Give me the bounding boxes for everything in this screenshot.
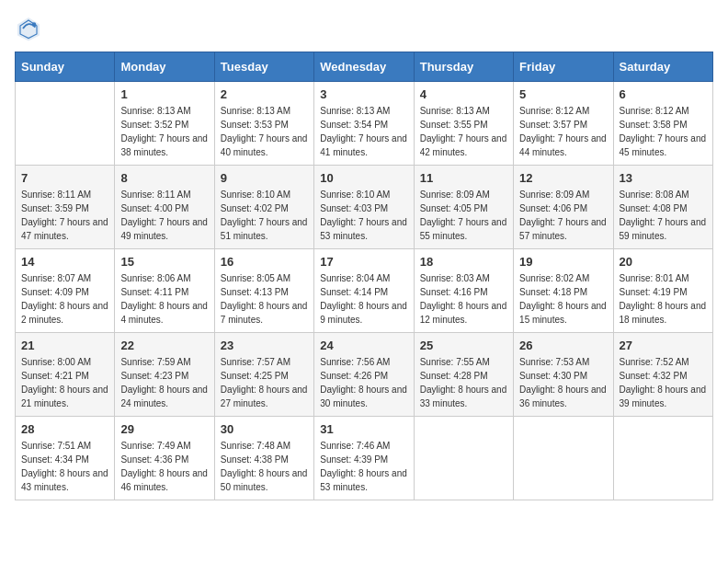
day-cell	[414, 417, 513, 500]
logo-icon	[15, 15, 42, 42]
header	[15, 15, 713, 42]
day-cell: 17Sunrise: 8:04 AMSunset: 4:14 PMDayligh…	[314, 249, 414, 333]
day-info: Sunrise: 8:08 AMSunset: 4:08 PMDaylight:…	[620, 188, 707, 243]
day-info: Sunrise: 8:12 AMSunset: 3:58 PMDaylight:…	[620, 104, 707, 159]
day-cell: 14Sunrise: 8:07 AMSunset: 4:09 PMDayligh…	[16, 249, 115, 333]
day-number: 24	[320, 339, 407, 352]
day-number: 23	[221, 339, 308, 352]
day-cell: 11Sunrise: 8:09 AMSunset: 4:05 PMDayligh…	[414, 166, 513, 249]
weekday-header-friday: Friday	[514, 52, 613, 82]
weekday-header-tuesday: Tuesday	[214, 52, 313, 82]
day-info: Sunrise: 8:13 AMSunset: 3:55 PMDaylight:…	[420, 104, 507, 159]
day-number: 29	[120, 422, 208, 436]
weekday-header-monday: Monday	[115, 52, 214, 82]
day-info: Sunrise: 8:13 AMSunset: 3:52 PMDaylight:…	[120, 104, 208, 159]
calendar-table: SundayMondayTuesdayWednesdayThursdayFrid…	[15, 52, 713, 500]
day-cell	[16, 82, 115, 166]
weekday-header-sunday: Sunday	[16, 52, 115, 82]
day-cell: 21Sunrise: 8:00 AMSunset: 4:21 PMDayligh…	[16, 333, 115, 417]
week-row-5: 28Sunrise: 7:51 AMSunset: 4:34 PMDayligh…	[16, 417, 713, 500]
week-row-3: 14Sunrise: 8:07 AMSunset: 4:09 PMDayligh…	[16, 249, 713, 333]
day-info: Sunrise: 8:11 AMSunset: 3:59 PMDaylight:…	[21, 188, 108, 243]
day-cell	[514, 417, 613, 500]
day-number: 8	[120, 171, 208, 185]
day-info: Sunrise: 8:09 AMSunset: 4:06 PMDaylight:…	[519, 188, 607, 243]
day-number: 7	[21, 171, 108, 185]
day-cell: 1Sunrise: 8:13 AMSunset: 3:52 PMDaylight…	[115, 82, 214, 166]
weekday-header-thursday: Thursday	[414, 52, 513, 82]
day-cell	[613, 417, 712, 500]
day-cell: 23Sunrise: 7:57 AMSunset: 4:25 PMDayligh…	[214, 333, 313, 417]
day-info: Sunrise: 7:55 AMSunset: 4:28 PMDaylight:…	[420, 355, 507, 410]
day-cell: 7Sunrise: 8:11 AMSunset: 3:59 PMDaylight…	[16, 166, 115, 249]
day-info: Sunrise: 7:46 AMSunset: 4:39 PMDaylight:…	[320, 439, 407, 494]
day-cell: 16Sunrise: 8:05 AMSunset: 4:13 PMDayligh…	[214, 249, 313, 333]
day-info: Sunrise: 7:49 AMSunset: 4:36 PMDaylight:…	[120, 439, 208, 494]
day-number: 27	[620, 339, 707, 352]
day-number: 17	[320, 255, 407, 269]
week-row-2: 7Sunrise: 8:11 AMSunset: 3:59 PMDaylight…	[16, 166, 713, 249]
svg-point-2	[32, 22, 37, 27]
day-info: Sunrise: 7:59 AMSunset: 4:23 PMDaylight:…	[120, 355, 208, 410]
day-number: 21	[21, 339, 108, 352]
week-row-4: 21Sunrise: 8:00 AMSunset: 4:21 PMDayligh…	[16, 333, 713, 417]
day-info: Sunrise: 7:56 AMSunset: 4:26 PMDaylight:…	[320, 355, 407, 410]
day-cell: 18Sunrise: 8:03 AMSunset: 4:16 PMDayligh…	[414, 249, 513, 333]
day-cell: 3Sunrise: 8:13 AMSunset: 3:54 PMDaylight…	[314, 82, 414, 166]
day-number: 20	[620, 255, 707, 269]
day-cell: 24Sunrise: 7:56 AMSunset: 4:26 PMDayligh…	[314, 333, 414, 417]
day-info: Sunrise: 8:06 AMSunset: 4:11 PMDaylight:…	[120, 271, 208, 327]
day-number: 19	[519, 255, 607, 269]
day-info: Sunrise: 7:53 AMSunset: 4:30 PMDaylight:…	[519, 355, 607, 410]
day-cell: 13Sunrise: 8:08 AMSunset: 4:08 PMDayligh…	[613, 166, 712, 249]
day-cell: 6Sunrise: 8:12 AMSunset: 3:58 PMDaylight…	[613, 82, 712, 166]
day-number: 4	[420, 87, 507, 101]
day-cell: 9Sunrise: 8:10 AMSunset: 4:02 PMDaylight…	[214, 166, 313, 249]
day-info: Sunrise: 8:13 AMSunset: 3:53 PMDaylight:…	[221, 104, 308, 159]
day-number: 16	[221, 255, 308, 269]
day-number: 11	[420, 171, 507, 185]
day-number: 22	[120, 339, 208, 352]
day-number: 2	[221, 87, 308, 101]
day-number: 3	[320, 87, 407, 101]
svg-marker-0	[17, 17, 40, 41]
day-cell: 28Sunrise: 7:51 AMSunset: 4:34 PMDayligh…	[16, 417, 115, 500]
day-number: 14	[21, 255, 108, 269]
week-row-1: 1Sunrise: 8:13 AMSunset: 3:52 PMDaylight…	[16, 82, 713, 166]
day-number: 26	[519, 339, 607, 352]
day-cell: 4Sunrise: 8:13 AMSunset: 3:55 PMDaylight…	[414, 82, 513, 166]
logo	[15, 15, 46, 42]
day-cell: 29Sunrise: 7:49 AMSunset: 4:36 PMDayligh…	[115, 417, 214, 500]
day-number: 5	[519, 87, 607, 101]
day-info: Sunrise: 8:10 AMSunset: 4:03 PMDaylight:…	[320, 188, 407, 243]
day-info: Sunrise: 8:01 AMSunset: 4:19 PMDaylight:…	[620, 271, 707, 327]
day-number: 31	[320, 422, 407, 436]
weekday-header-row: SundayMondayTuesdayWednesdayThursdayFrid…	[16, 52, 713, 82]
day-info: Sunrise: 8:11 AMSunset: 4:00 PMDaylight:…	[120, 188, 208, 243]
day-number: 6	[620, 87, 707, 101]
day-number: 13	[620, 171, 707, 185]
day-cell: 12Sunrise: 8:09 AMSunset: 4:06 PMDayligh…	[514, 166, 613, 249]
day-cell: 25Sunrise: 7:55 AMSunset: 4:28 PMDayligh…	[414, 333, 513, 417]
day-info: Sunrise: 8:05 AMSunset: 4:13 PMDaylight:…	[221, 271, 308, 327]
day-info: Sunrise: 7:51 AMSunset: 4:34 PMDaylight:…	[21, 439, 108, 494]
day-number: 28	[21, 422, 108, 436]
day-info: Sunrise: 7:48 AMSunset: 4:38 PMDaylight:…	[221, 439, 308, 494]
day-cell: 22Sunrise: 7:59 AMSunset: 4:23 PMDayligh…	[115, 333, 214, 417]
day-info: Sunrise: 8:02 AMSunset: 4:18 PMDaylight:…	[519, 271, 607, 327]
day-info: Sunrise: 8:13 AMSunset: 3:54 PMDaylight:…	[320, 104, 407, 159]
day-cell: 26Sunrise: 7:53 AMSunset: 4:30 PMDayligh…	[514, 333, 613, 417]
day-number: 9	[221, 171, 308, 185]
day-cell: 10Sunrise: 8:10 AMSunset: 4:03 PMDayligh…	[314, 166, 414, 249]
day-info: Sunrise: 8:10 AMSunset: 4:02 PMDaylight:…	[221, 188, 308, 243]
day-info: Sunrise: 7:57 AMSunset: 4:25 PMDaylight:…	[221, 355, 308, 410]
day-info: Sunrise: 8:03 AMSunset: 4:16 PMDaylight:…	[420, 271, 507, 327]
day-number: 25	[420, 339, 507, 352]
day-number: 1	[120, 87, 208, 101]
day-info: Sunrise: 7:52 AMSunset: 4:32 PMDaylight:…	[620, 355, 707, 410]
day-cell: 2Sunrise: 8:13 AMSunset: 3:53 PMDaylight…	[214, 82, 313, 166]
day-cell: 27Sunrise: 7:52 AMSunset: 4:32 PMDayligh…	[613, 333, 712, 417]
weekday-header-wednesday: Wednesday	[314, 52, 414, 82]
day-cell: 30Sunrise: 7:48 AMSunset: 4:38 PMDayligh…	[214, 417, 313, 500]
day-cell: 20Sunrise: 8:01 AMSunset: 4:19 PMDayligh…	[613, 249, 712, 333]
